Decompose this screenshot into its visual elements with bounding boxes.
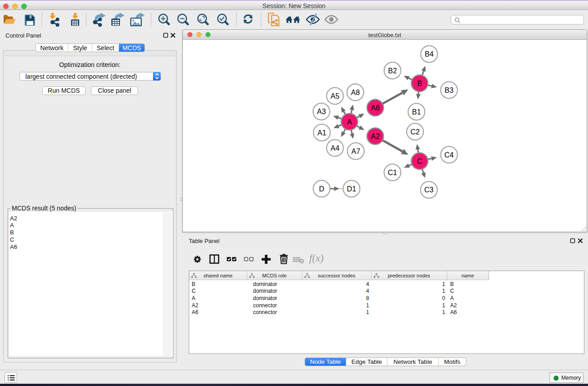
- svg-text:B: B: [417, 80, 422, 87]
- svg-text:C1: C1: [388, 169, 397, 176]
- svg-text:A8: A8: [351, 89, 360, 96]
- svg-text:A5: A5: [330, 92, 339, 100]
- svg-text:A7: A7: [351, 148, 360, 155]
- svg-text:A: A: [347, 118, 352, 126]
- svg-text:C4: C4: [445, 151, 454, 159]
- svg-text:B3: B3: [445, 86, 454, 94]
- svg-text:A4: A4: [330, 144, 339, 152]
- svg-text:B1: B1: [412, 108, 421, 116]
- svg-text:C2: C2: [411, 128, 420, 136]
- svg-text:B4: B4: [425, 50, 434, 58]
- svg-text:C: C: [417, 157, 422, 165]
- svg-text:A1: A1: [317, 129, 326, 137]
- svg-text:A2: A2: [371, 133, 380, 140]
- svg-text:D1: D1: [347, 185, 356, 193]
- svg-text:D: D: [319, 185, 325, 193]
- svg-text:A3: A3: [317, 108, 326, 115]
- svg-text:A6: A6: [371, 104, 380, 112]
- svg-text:B2: B2: [388, 67, 397, 75]
- svg-text:C3: C3: [424, 186, 434, 194]
